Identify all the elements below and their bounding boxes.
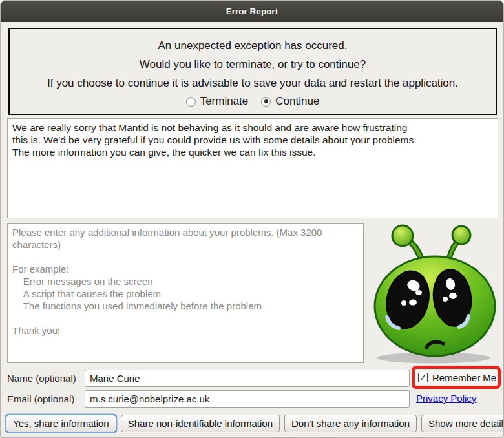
exception-message-box: An unexpected exception has occured. Wou… xyxy=(8,28,497,115)
exception-line-2: Would you like to terminate, or try to c… xyxy=(140,55,366,74)
email-field-label: Email (optional) xyxy=(7,393,74,404)
sad-alien-image xyxy=(370,220,499,366)
privacy-policy-link[interactable]: Privacy Policy xyxy=(416,393,476,404)
remember-me-highlight: ✓ Remember Me xyxy=(412,366,501,389)
error-report-dialog: Error Report An unexpected exception has… xyxy=(0,0,504,438)
email-input[interactable] xyxy=(85,390,410,408)
radio-continue[interactable]: Continue xyxy=(261,95,319,108)
name-field-label: Name (optional) xyxy=(7,373,76,384)
radio-continue-circle-icon[interactable] xyxy=(261,97,271,107)
radio-terminate-label: Terminate xyxy=(200,95,249,108)
terminate-continue-radio-group: Terminate Continue xyxy=(186,95,320,108)
share-non-identifiable-button[interactable]: Share non-identifiable information xyxy=(121,415,280,432)
name-input[interactable] xyxy=(85,370,410,387)
radio-continue-label: Continue xyxy=(275,95,319,108)
apology-message-area[interactable]: We are really sorry that Mantid is not b… xyxy=(7,118,498,218)
radio-terminate[interactable]: Terminate xyxy=(186,95,249,108)
details-placeholder-text: Please enter any additional information … xyxy=(12,226,359,337)
title-bar[interactable]: Error Report xyxy=(1,1,503,22)
yes-share-information-button[interactable]: Yes, share information xyxy=(6,415,116,432)
exception-line-1: An unexpected exception has occured. xyxy=(158,36,348,55)
dialog-button-row: Yes, share information Share non-identif… xyxy=(6,415,501,432)
remember-me-checkbox[interactable]: ✓ xyxy=(418,373,428,382)
details-textarea[interactable]: Please enter any additional information … xyxy=(7,223,364,363)
dont-share-button[interactable]: Don't share any information xyxy=(284,415,417,432)
radio-terminate-circle-icon[interactable] xyxy=(186,97,196,107)
show-more-details-button[interactable]: Show more details xyxy=(421,415,504,432)
window-title: Error Report xyxy=(226,6,278,16)
exception-line-3: If you choose to continue it is advisabl… xyxy=(47,74,458,92)
checkmark-icon: ✓ xyxy=(419,373,426,382)
remember-me-label[interactable]: Remember Me xyxy=(432,372,496,383)
